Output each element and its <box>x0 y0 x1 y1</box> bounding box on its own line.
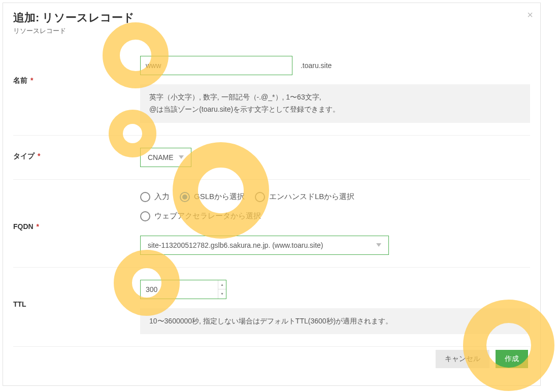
radio-label: GSLBから選択 <box>194 192 245 202</box>
ttl-hint: 10〜3600000秒, 指定しない場合はデフォルトTTL(3600秒)が適用さ… <box>140 308 530 335</box>
radio-label: ウェブアクセラレータから選択 <box>154 211 261 221</box>
radio-icon <box>140 192 150 202</box>
name-input-line: .toaru.site <box>140 56 530 75</box>
chevron-down-icon <box>376 243 381 247</box>
row-fqdn: FQDN * 入力 GSLBから選択 エンハンスドLBから選択 <box>13 180 530 268</box>
content-fqdn: 入力 GSLBから選択 エンハンスドLBから選択 ウェブアクセラレータから選択 <box>140 192 530 255</box>
cancel-button[interactable]: キャンセル <box>436 350 489 368</box>
label-ttl-text: TTL <box>13 300 26 308</box>
name-hint: 英字（小文字）, 数字, 一部記号（-.@_*）, 1〜63文字, @は当該ゾー… <box>140 84 530 123</box>
row-ttl: TTL ▲ ▼ 10〜3600000秒, 指定しない場合はデフォルトTTL(36… <box>13 268 530 347</box>
fqdn-select-value: site-113200512782.gslb6.sakura.ne.jp. (w… <box>148 241 323 249</box>
spinner-up-icon[interactable]: ▲ <box>218 280 226 290</box>
radio-web-accelerator[interactable]: ウェブアクセラレータから選択 <box>140 211 530 221</box>
form-body: 名前 * .toaru.site 英字（小文字）, 数字, 一部記号（-.@_*… <box>3 39 540 385</box>
dialog-title: 追加: リソースレコード <box>13 10 530 25</box>
radio-gslb[interactable]: GSLBから選択 <box>180 192 245 202</box>
required-mark: * <box>30 76 33 84</box>
dialog-header: 追加: リソースレコード リソースレコード × <box>3 3 540 39</box>
label-type: タイプ * <box>13 148 140 161</box>
add-resource-record-dialog: 追加: リソースレコード リソースレコード × 名前 * .toaru.site… <box>3 3 541 386</box>
label-name: 名前 * <box>13 56 140 85</box>
dialog-footer: キャンセル 作成 <box>13 347 530 375</box>
row-type: タイプ * CNAME <box>13 136 530 180</box>
create-button[interactable]: 作成 <box>496 350 528 368</box>
required-mark: * <box>37 222 39 231</box>
ttl-input-wrapper: ▲ ▼ <box>140 280 226 299</box>
label-type-text: タイプ <box>13 152 35 160</box>
label-fqdn-text: FQDN <box>13 222 34 231</box>
label-name-text: 名前 <box>13 76 27 84</box>
content-type: CNAME <box>140 148 530 167</box>
row-name: 名前 * .toaru.site 英字（小文字）, 数字, 一部記号（-.@_*… <box>13 44 530 136</box>
fqdn-source-radio-group: 入力 GSLBから選択 エンハンスドLBから選択 ウェブアクセラレータから選択 <box>140 192 530 221</box>
label-fqdn: FQDN * <box>13 192 140 231</box>
ttl-spinner: ▲ ▼ <box>218 280 226 299</box>
type-select-value: CNAME <box>148 153 174 161</box>
content-name: .toaru.site 英字（小文字）, 数字, 一部記号（-.@_*）, 1〜… <box>140 56 530 123</box>
radio-icon <box>255 192 265 202</box>
radio-enhanced-lb[interactable]: エンハンスドLBから選択 <box>255 192 354 202</box>
fqdn-select[interactable]: site-113200512782.gslb6.sakura.ne.jp. (w… <box>140 236 389 255</box>
required-mark: * <box>38 152 40 160</box>
radio-label: エンハンスドLBから選択 <box>269 192 354 202</box>
label-ttl: TTL <box>13 280 140 308</box>
name-hint-line1: 英字（小文字）, 数字, 一部記号（-.@_*）, 1〜63文字, <box>149 91 521 104</box>
name-input[interactable] <box>140 56 292 75</box>
domain-suffix: .toaru.site <box>301 61 332 70</box>
radio-icon <box>180 192 190 202</box>
name-hint-line2: @は当該ゾーン(toaru.site)を示す文字として登録できます。 <box>149 104 521 116</box>
type-select[interactable]: CNAME <box>140 148 191 167</box>
close-icon[interactable]: × <box>527 9 533 21</box>
dialog-subtitle: リソースレコード <box>13 26 530 36</box>
content-ttl: ▲ ▼ 10〜3600000秒, 指定しない場合はデフォルトTTL(3600秒)… <box>140 280 530 335</box>
radio-input[interactable]: 入力 <box>140 192 170 202</box>
radio-icon <box>140 211 150 221</box>
ttl-input[interactable] <box>141 281 218 298</box>
radio-label: 入力 <box>154 192 170 202</box>
spinner-down-icon[interactable]: ▼ <box>218 289 226 299</box>
chevron-down-icon <box>179 155 184 159</box>
